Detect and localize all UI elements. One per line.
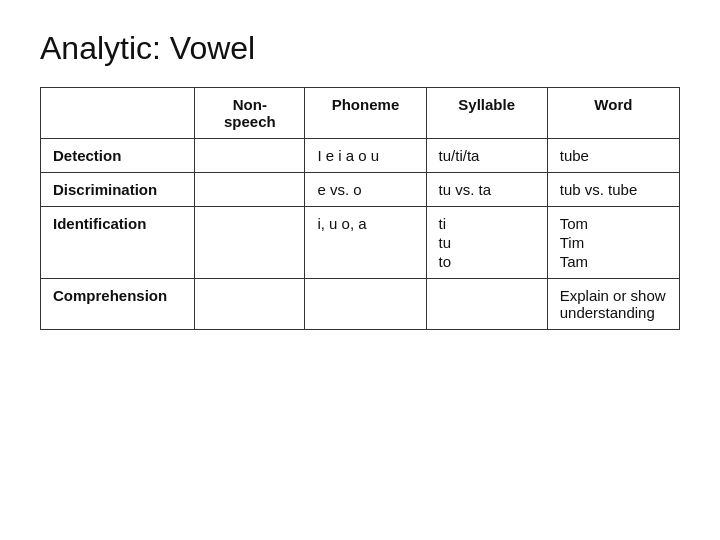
row-label-discrimination: Discrimination: [41, 173, 195, 207]
row-nonspeech-identification: [195, 207, 305, 279]
row-phoneme-detection: I e i a o u: [305, 139, 426, 173]
row-label-detection: Detection: [41, 139, 195, 173]
row-phoneme-discrimination: e vs. o: [305, 173, 426, 207]
header-phoneme: Phoneme: [305, 88, 426, 139]
row-phoneme-identification: i, u o, a: [305, 207, 426, 279]
row-word-comprehension: Explain or show understanding: [547, 279, 679, 330]
syllable-line-1: ti: [439, 215, 535, 232]
row-nonspeech-comprehension: [195, 279, 305, 330]
header-syllable: Syllable: [426, 88, 547, 139]
row-word-identification: Tom Tim Tam: [547, 207, 679, 279]
syllable-line-3: to: [439, 253, 535, 270]
syllable-line-2: tu: [439, 234, 535, 251]
row-syllable-detection: tu/ti/ta: [426, 139, 547, 173]
row-syllable-identification: ti tu to: [426, 207, 547, 279]
word-line-1: Tom: [560, 215, 667, 232]
row-label-identification: Identification: [41, 207, 195, 279]
word-line-2: Tim: [560, 234, 667, 251]
row-word-detection: tube: [547, 139, 679, 173]
page-title: Analytic: Vowel: [40, 30, 255, 67]
table-row: Detection I e i a o u tu/ti/ta tube: [41, 139, 680, 173]
row-syllable-discrimination: tu vs. ta: [426, 173, 547, 207]
row-syllable-comprehension: [426, 279, 547, 330]
header-nonspeech: Non-speech: [195, 88, 305, 139]
table-row: Identification i, u o, a ti tu to Tom Ti…: [41, 207, 680, 279]
word-line-3: Tam: [560, 253, 667, 270]
table-row: Discrimination e vs. o tu vs. ta tub vs.…: [41, 173, 680, 207]
row-label-comprehension: Comprehension: [41, 279, 195, 330]
row-nonspeech-detection: [195, 139, 305, 173]
row-nonspeech-discrimination: [195, 173, 305, 207]
header-word: Word: [547, 88, 679, 139]
vowel-table: Non-speech Phoneme Syllable Word Detecti…: [40, 87, 680, 330]
table-row: Comprehension Explain or show understand…: [41, 279, 680, 330]
row-word-discrimination: tub vs. tube: [547, 173, 679, 207]
row-phoneme-comprehension: [305, 279, 426, 330]
header-label: [41, 88, 195, 139]
